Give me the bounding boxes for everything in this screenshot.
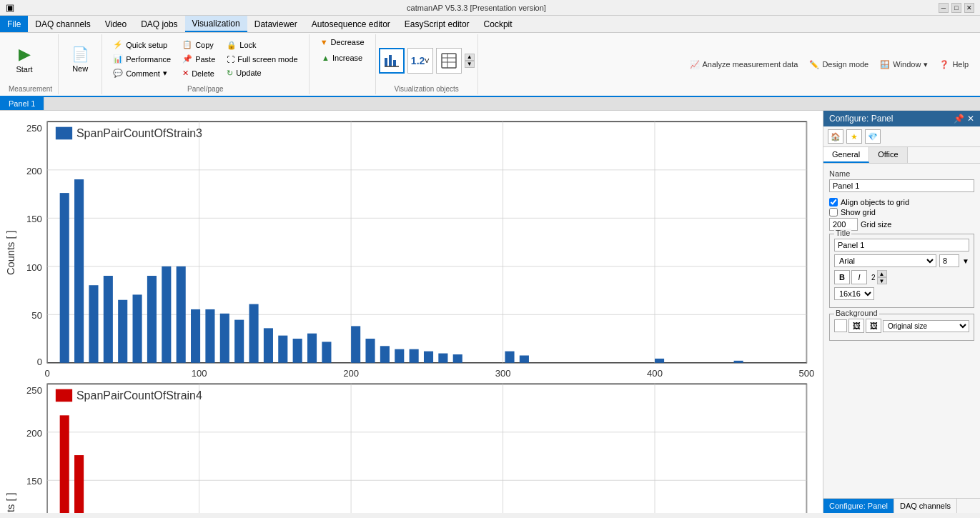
bg-image-btn-1[interactable]: 🖼: [848, 319, 864, 333]
viz-scroll-up[interactable]: ▲: [465, 54, 475, 61]
config-align-row: Align objects to grid: [829, 198, 974, 206]
config-tab-office[interactable]: Office: [869, 147, 908, 163]
close-button[interactable]: ✕: [964, 3, 974, 13]
svg-rect-54: [365, 339, 375, 363]
paste-button[interactable]: 📌 Paste: [177, 52, 220, 66]
svg-rect-57: [410, 349, 419, 363]
style-up[interactable]: ▲: [877, 270, 887, 277]
config-icon-btn-3[interactable]: 💎: [865, 129, 881, 144]
increase-button[interactable]: ▲ Increase: [317, 51, 367, 64]
align-checkbox[interactable]: [829, 198, 838, 206]
ribbon: ▶ Start Measurement 📄 New x ⚡ Quick setu…: [0, 33, 980, 97]
svg-text:500: 500: [799, 368, 815, 379]
show-grid-label: Show grid: [841, 208, 876, 216]
config-panel-header: Configure: Panel 📌 ✕: [823, 111, 980, 126]
bold-button[interactable]: B: [834, 270, 850, 284]
window-button[interactable]: 🪟 Window▾: [877, 59, 931, 71]
svg-rect-60: [453, 354, 462, 363]
font-select[interactable]: Arial: [834, 254, 936, 267]
quick-setup-button[interactable]: ⚡ Quick setup: [108, 38, 176, 51]
svg-rect-59: [438, 354, 447, 363]
panel-tab-1[interactable]: Panel 1: [0, 97, 44, 110]
config-pin-button[interactable]: 📌: [954, 114, 964, 124]
menu-item-dataviewer[interactable]: Dataviewer: [247, 16, 305, 32]
performance-button[interactable]: 📊 Performance: [108, 52, 176, 66]
config-title-input[interactable]: [834, 239, 969, 251]
svg-text:300: 300: [495, 368, 511, 379]
decrease-button[interactable]: ▼ Decrease: [315, 36, 370, 49]
bg-color-btn[interactable]: [834, 319, 847, 332]
config-name-input[interactable]: [829, 179, 974, 192]
bg-size-select[interactable]: Original size: [883, 320, 969, 332]
config-tabs: General Office: [823, 147, 980, 164]
viz-btn-graph[interactable]: [379, 48, 405, 74]
config-tab-general[interactable]: General: [823, 147, 869, 163]
svg-rect-92: [60, 415, 69, 513]
svg-rect-2: [393, 60, 396, 66]
config-font-row: Arial ▼: [834, 254, 969, 267]
minimize-button[interactable]: ─: [939, 3, 949, 13]
svg-rect-47: [249, 304, 259, 363]
viz-scroll-down[interactable]: ▼: [465, 61, 475, 68]
config-panel-title: Configure: Panel: [829, 114, 893, 124]
start-button[interactable]: ▶ Start: [9, 41, 40, 77]
menu-item-cockpit[interactable]: Cockpit: [477, 16, 520, 32]
config-bottom-tab-panel[interactable]: Configure: Panel: [823, 499, 894, 513]
help-icon: ❓: [939, 60, 949, 69]
svg-text:200: 200: [26, 166, 42, 176]
analyze-button[interactable]: 📈 Analyze measurement data: [687, 59, 801, 71]
copy-button[interactable]: 📋 Copy: [177, 38, 220, 51]
menu-item-easyscript[interactable]: EasyScript editor: [397, 16, 477, 32]
show-grid-checkbox[interactable]: [829, 208, 838, 216]
config-icon-btn-2[interactable]: ★: [846, 129, 862, 144]
viz-btn-table[interactable]: [436, 48, 462, 74]
svg-text:150: 150: [26, 476, 42, 487]
menu-item-visualization[interactable]: Visualization: [185, 16, 247, 32]
config-show-grid-row: Show grid: [829, 208, 974, 216]
menu-item-file[interactable]: File: [0, 16, 28, 32]
font-size-input[interactable]: [939, 254, 959, 267]
delete-button[interactable]: ✕ Delete: [177, 66, 220, 80]
svg-rect-1: [389, 55, 392, 66]
chart-area: SpanPairCountOfStrain3 0 50 100 150 200 …: [0, 111, 823, 513]
config-icon-btn-1[interactable]: 🏠: [828, 129, 843, 144]
help-button[interactable]: ❓ Help: [936, 59, 971, 71]
comment-button[interactable]: 💬 Comment▾: [108, 66, 176, 80]
config-close-button[interactable]: ✕: [967, 114, 974, 124]
svg-rect-49: [278, 336, 287, 363]
ribbon-group-viz-objects: 1.2V ▲ ▼ Visualization objects: [376, 34, 478, 94]
design-mode-button[interactable]: ✏️ Design mode: [806, 59, 871, 71]
design-icon: ✏️: [809, 60, 819, 69]
menu-item-daq-jobs[interactable]: DAQ jobs: [134, 16, 184, 32]
new-button[interactable]: 📄 New: [64, 42, 96, 76]
font-style-value: 2: [871, 274, 876, 282]
svg-text:150: 150: [26, 214, 42, 224]
panel-page-title: Panel/page: [108, 82, 303, 93]
config-name-label: Name: [829, 169, 974, 178]
update-button[interactable]: ↻ Update: [222, 66, 302, 80]
update-icon: ↻: [227, 69, 233, 78]
config-title-group: Title Arial ▼ B I 2: [829, 234, 974, 308]
analyze-icon: 📈: [690, 60, 700, 69]
grid-size-label: Grid size: [861, 220, 891, 229]
menu-item-autosequence[interactable]: Autosequence editor: [305, 16, 397, 32]
fullscreen-button[interactable]: ⛶ Full screen mode: [222, 53, 302, 66]
new-icon: 📄: [71, 46, 89, 63]
italic-button[interactable]: I: [851, 270, 867, 284]
menu-item-video[interactable]: Video: [98, 16, 134, 32]
config-bottom-tab-daq[interactable]: DAQ channels: [894, 499, 957, 513]
icon-size-select[interactable]: 16x16: [834, 287, 874, 300]
svg-text:Counts [ ]: Counts [ ]: [6, 492, 16, 513]
ribbon-group-dec-inc: ▼ Decrease ▲ Increase x: [310, 34, 376, 94]
restore-button[interactable]: □: [951, 3, 961, 13]
svg-rect-39: [133, 294, 142, 362]
config-bg-label: Background: [834, 309, 879, 317]
svg-text:400: 400: [647, 368, 663, 379]
lock-button[interactable]: 🔒 Lock: [222, 39, 302, 52]
bg-image-btn-2[interactable]: 🖼: [866, 319, 881, 333]
svg-rect-55: [380, 346, 390, 362]
svg-rect-93: [74, 455, 84, 513]
menu-item-daq-channels[interactable]: DAQ channels: [28, 16, 97, 32]
viz-btn-display[interactable]: 1.2V: [407, 48, 433, 74]
style-down[interactable]: ▼: [877, 277, 887, 284]
